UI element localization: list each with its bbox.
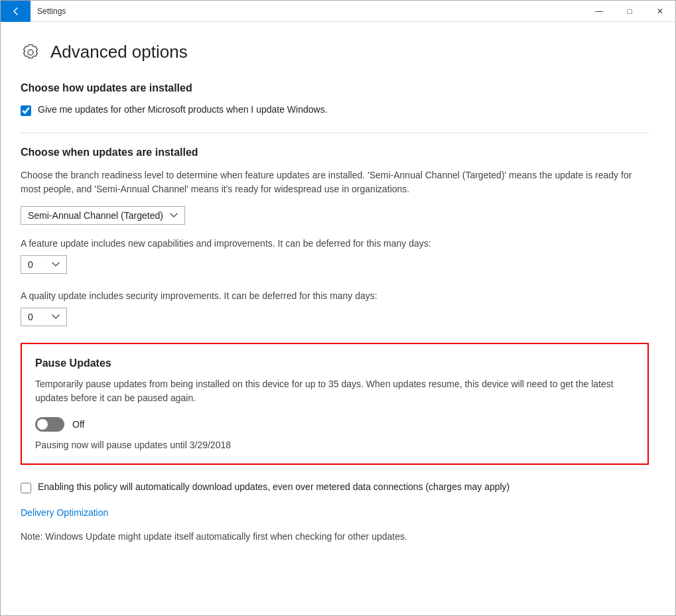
feature-update-section: A feature update includes new capabiliti… [21, 238, 649, 274]
back-button[interactable] [1, 1, 31, 22]
minimize-button[interactable]: — [584, 1, 614, 22]
quality-update-value: 0 [28, 312, 33, 322]
toggle-label: Off [72, 419, 84, 430]
ms-products-checkbox[interactable] [21, 105, 31, 116]
note-text: Note: Windows Update might update itself… [21, 531, 649, 542]
window-title: Settings [31, 7, 584, 16]
section-when-heading: Choose when updates are installed [21, 147, 649, 158]
page-header: Advanced options [21, 42, 649, 62]
quality-chevron-icon [52, 314, 60, 320]
policy-section: Enabling this policy will automatically … [21, 481, 649, 493]
section-when-description: Choose the branch readiness level to det… [21, 168, 649, 196]
settings-window: Settings — □ ✕ Advanced options Choose h… [0, 0, 676, 616]
pause-toggle-row: Off [35, 417, 634, 432]
section-install: Choose how updates are installed Give me… [21, 82, 649, 116]
channel-dropdown-value: Semi-Annual Channel (Targeted) [28, 210, 163, 221]
quality-update-text: A quality update includes security impro… [21, 290, 649, 301]
feature-update-value: 0 [28, 259, 33, 270]
quality-update-section: A quality update includes security impro… [21, 290, 649, 326]
pause-updates-box: Pause Updates Temporarily pause updates … [21, 343, 649, 465]
note-section: Note: Windows Update might update itself… [21, 531, 649, 542]
divider-1 [21, 133, 649, 133]
pause-until-text: Pausing now will pause updates until 3/2… [35, 440, 634, 450]
delivery-optimization-section: Delivery Optimization [21, 507, 649, 531]
maximize-button[interactable]: □ [614, 1, 645, 22]
window-controls: — □ ✕ [584, 1, 675, 22]
settings-icon [21, 42, 40, 62]
close-button[interactable]: ✕ [645, 1, 675, 22]
policy-checkbox[interactable] [21, 483, 31, 493]
updates-checkbox-row: Give me updates for other Microsoft prod… [21, 104, 649, 116]
chevron-down-icon [170, 213, 178, 218]
toggle-thumb [37, 419, 48, 430]
pause-toggle[interactable] [35, 417, 64, 432]
ms-products-label[interactable]: Give me updates for other Microsoft prod… [38, 104, 328, 115]
page-title: Advanced options [50, 42, 188, 62]
title-bar: Settings — □ ✕ [1, 1, 675, 22]
channel-dropdown-container: Semi-Annual Channel (Targeted) [21, 206, 649, 225]
quality-update-dropdown[interactable]: 0 [21, 308, 67, 326]
pause-title: Pause Updates [35, 357, 634, 369]
pause-description: Temporarily pause updates from being ins… [35, 377, 634, 405]
feature-update-text: A feature update includes new capabiliti… [21, 238, 649, 249]
delivery-optimization-link[interactable]: Delivery Optimization [21, 507, 108, 518]
main-content: Advanced options Choose how updates are … [1, 22, 675, 615]
feature-chevron-icon [52, 262, 60, 267]
policy-checkbox-row: Enabling this policy will automatically … [21, 481, 649, 493]
channel-dropdown[interactable]: Semi-Annual Channel (Targeted) [21, 206, 185, 225]
feature-update-dropdown[interactable]: 0 [21, 255, 67, 274]
section-when: Choose when updates are installed Choose… [21, 147, 649, 326]
policy-label[interactable]: Enabling this policy will automatically … [38, 481, 509, 492]
toggle-track [35, 417, 64, 432]
section-install-heading: Choose how updates are installed [21, 82, 649, 94]
